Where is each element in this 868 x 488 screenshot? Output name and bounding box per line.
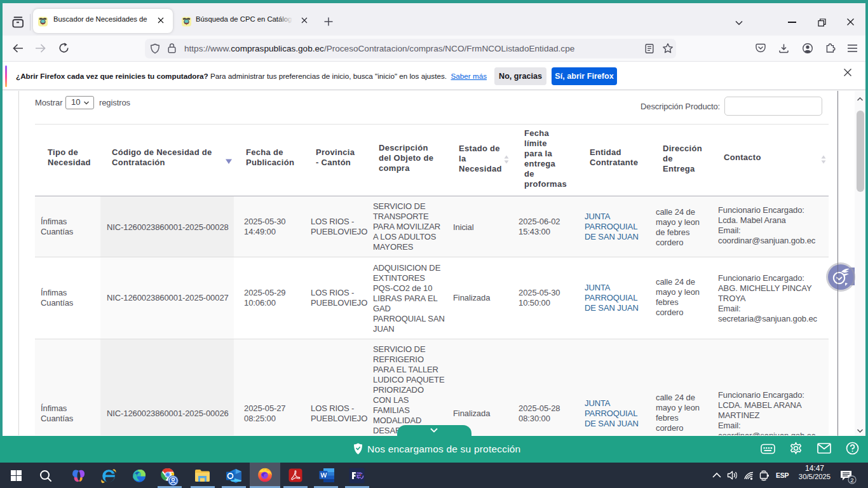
svg-text:2: 2: [850, 477, 853, 484]
